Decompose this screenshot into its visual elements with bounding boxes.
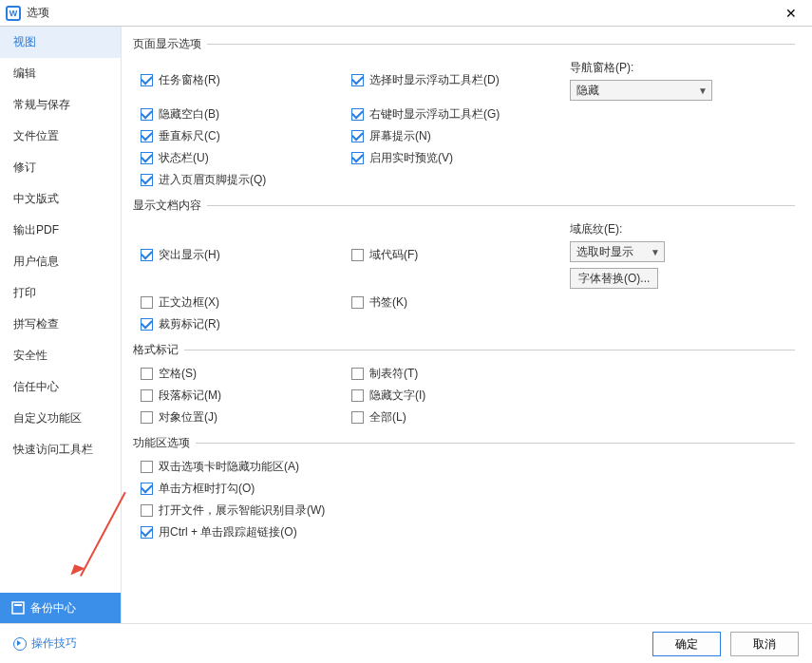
checkbox-tab[interactable] — [351, 368, 364, 380]
label: 裁剪标记(R) — [159, 316, 220, 332]
checkbox-highlight[interactable] — [141, 249, 153, 261]
tips-link[interactable]: 操作技巧 — [13, 635, 77, 652]
ok-button[interactable]: 确定 — [652, 632, 721, 656]
backup-center-button[interactable]: 备份中心 — [0, 593, 121, 623]
checkbox-float-rclick[interactable] — [351, 108, 364, 121]
font-sub-button[interactable]: 字体替换(O)... — [570, 268, 658, 289]
divider — [207, 44, 795, 45]
label: 单击方框时打勾(O) — [159, 481, 255, 497]
sidebar-item-spellcheck[interactable]: 拼写检查 — [0, 309, 121, 340]
checkbox-vruler[interactable] — [141, 130, 153, 142]
label: 启用实时预览(V) — [369, 150, 453, 166]
label: 用Ctrl + 单击跟踪超链接(O) — [159, 524, 297, 540]
checkbox-bookmark[interactable] — [351, 296, 364, 309]
sidebar-item-qat[interactable]: 快速访问工具栏 — [0, 434, 121, 465]
label: 空格(S) — [159, 366, 197, 382]
checkbox-taskpane[interactable] — [141, 74, 153, 86]
divider — [184, 350, 795, 350]
group-title: 显示文档内容 — [133, 198, 201, 214]
checkbox-hiddentext[interactable] — [351, 389, 364, 402]
nav-pane-label: 导航窗格(P): — [570, 60, 633, 76]
backup-icon — [11, 601, 25, 615]
window-title: 选项 — [27, 5, 778, 21]
label: 隐藏空白(B) — [159, 106, 219, 123]
chevron-down-icon: ▼ — [651, 247, 660, 257]
label: 域代码(F) — [369, 247, 418, 263]
label: 打开文件，展示智能识别目录(W) — [159, 502, 325, 519]
checkbox-space[interactable] — [141, 368, 153, 380]
sidebar-item-print[interactable]: 打印 — [0, 277, 121, 309]
checkbox-headerfooter-tip[interactable] — [141, 174, 153, 186]
sidebar-item-userinfo[interactable]: 用户信息 — [0, 246, 121, 277]
checkbox-screentip[interactable] — [351, 130, 364, 142]
checkbox-hidewhite[interactable] — [141, 108, 153, 121]
titlebar: W 选项 ✕ — [0, 0, 812, 27]
sidebar-item-revision[interactable]: 修订 — [0, 152, 121, 183]
label: 对象位置(J) — [159, 409, 217, 426]
select-value: 选取时显示 — [576, 244, 633, 260]
checkbox-cropmark[interactable] — [141, 318, 153, 331]
checkbox-fieldcode[interactable] — [351, 249, 364, 261]
cancel-button[interactable]: 取消 — [730, 632, 799, 656]
group-format-marks: 格式标记 空格(S) 制表符(T) 段落标记(M) 隐藏文字(I) 对象位置(J… — [133, 342, 795, 426]
group-ribbon-options: 功能区选项 双击选项卡时隐藏功能区(A) 单击方框时打勾(O) 打开文件，展示智… — [133, 435, 795, 540]
label: 隐藏文字(I) — [369, 388, 425, 404]
sidebar-item-pdf[interactable]: 输出PDF — [0, 215, 121, 246]
label: 状态栏(U) — [159, 150, 209, 166]
app-icon: W — [6, 6, 21, 21]
checkbox-click-check[interactable] — [141, 483, 153, 495]
label: 段落标记(M) — [159, 388, 221, 404]
svg-rect-1 — [14, 604, 22, 606]
checkbox-textborder[interactable] — [141, 296, 153, 309]
divider — [207, 205, 795, 206]
checkbox-objpos[interactable] — [141, 411, 153, 424]
divider — [196, 443, 795, 444]
svg-rect-0 — [12, 602, 24, 614]
label: 突出显示(H) — [159, 247, 220, 263]
sidebar-item-security[interactable]: 安全性 — [0, 340, 121, 371]
sidebar-item-general[interactable]: 常规与保存 — [0, 89, 121, 121]
label: 双击选项卡时隐藏功能区(A) — [159, 459, 299, 475]
sidebar-item-trustcenter[interactable]: 信任中心 — [0, 371, 121, 403]
checkbox-dblclick-hide[interactable] — [141, 461, 153, 473]
label: 右键时显示浮动工具栏(G) — [369, 106, 500, 123]
footer: 操作技巧 确定 取消 — [0, 623, 812, 663]
sidebar-item-edit[interactable]: 编辑 — [0, 58, 121, 89]
label: 进入页眉页脚提示(Q) — [159, 172, 266, 188]
nav-pane-select[interactable]: 隐藏 ▼ — [570, 80, 712, 101]
checkbox-float-select[interactable] — [351, 74, 364, 86]
checkbox-ctrl-hyperlink[interactable] — [141, 526, 153, 539]
group-page-display: 页面显示选项 任务窗格(R) 选择时显示浮动工具栏(D) 导航窗格(P): 隐藏… — [133, 36, 795, 188]
shading-label: 域底纹(E): — [570, 221, 622, 237]
content-panel: 页面显示选项 任务窗格(R) 选择时显示浮动工具栏(D) 导航窗格(P): 隐藏… — [122, 27, 812, 623]
label: 书签(K) — [369, 294, 407, 311]
chevron-down-icon: ▼ — [698, 85, 708, 96]
shading-select[interactable]: 选取时显示 ▼ — [570, 241, 665, 262]
sidebar-item-chinese[interactable]: 中文版式 — [0, 183, 121, 215]
label: 选择时显示浮动工具栏(D) — [369, 72, 500, 88]
group-title: 页面显示选项 — [133, 36, 201, 52]
close-icon[interactable]: ✕ — [778, 2, 804, 25]
group-title: 格式标记 — [133, 342, 179, 358]
checkbox-paragraph[interactable] — [141, 389, 153, 402]
sidebar-item-customribbon[interactable]: 自定义功能区 — [0, 403, 121, 434]
play-circle-icon — [13, 637, 27, 651]
checkbox-livepreview[interactable] — [351, 152, 364, 164]
label: 屏幕提示(N) — [369, 128, 431, 144]
tips-label: 操作技巧 — [31, 635, 77, 652]
group-doc-content: 显示文档内容 突出显示(H) 域代码(F) 域底纹(E): 选取时显示 ▼ 字体… — [133, 198, 795, 332]
label: 全部(L) — [369, 409, 406, 426]
checkbox-smart-toc[interactable] — [141, 504, 153, 517]
label: 垂直标尺(C) — [159, 128, 220, 144]
group-title: 功能区选项 — [133, 435, 190, 451]
sidebar-item-view[interactable]: 视图 — [0, 27, 121, 58]
backup-label: 备份中心 — [30, 600, 76, 616]
sidebar-item-filelocation[interactable]: 文件位置 — [0, 121, 121, 152]
select-value: 隐藏 — [576, 83, 599, 99]
label: 正文边框(X) — [159, 294, 219, 311]
checkbox-all[interactable] — [351, 411, 364, 424]
label: 制表符(T) — [369, 366, 418, 382]
checkbox-statusbar[interactable] — [141, 152, 153, 164]
label: 任务窗格(R) — [159, 72, 220, 88]
